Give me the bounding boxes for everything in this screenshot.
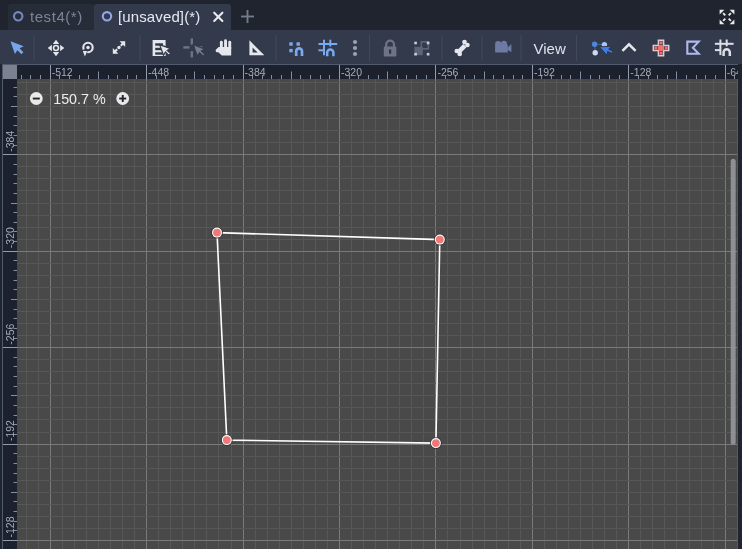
svg-text:-128: -128	[630, 66, 651, 78]
svg-text:-384: -384	[4, 131, 16, 152]
svg-text:-192: -192	[4, 420, 16, 441]
svg-text:-256: -256	[4, 324, 16, 345]
svg-text:-320: -320	[4, 227, 16, 248]
svg-text:-384: -384	[245, 66, 266, 78]
svg-text:-64: -64	[727, 66, 738, 78]
svg-text:-256: -256	[437, 66, 458, 78]
svg-text:-128: -128	[4, 516, 16, 537]
svg-text:-320: -320	[341, 66, 362, 78]
svg-text:-192: -192	[534, 66, 555, 78]
